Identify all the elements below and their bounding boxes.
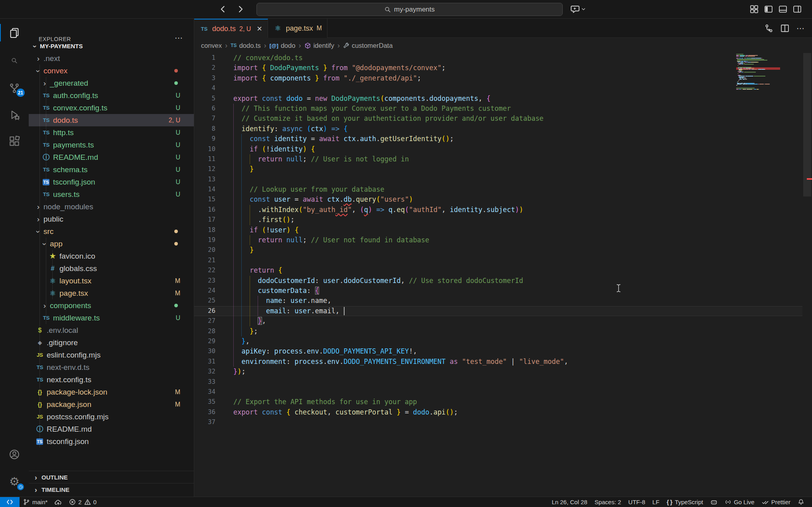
code-line[interactable]: apiKey: process.env.DODO_PAYMENTS_API_KE… [233,346,568,356]
code-line[interactable]: return null; // User is not logged in [233,154,568,164]
tree-item-layout.tsx[interactable]: ⚛ layout.tsx M [29,275,194,287]
code-line[interactable] [233,175,568,185]
tree-item-page.tsx[interactable]: ⚛ page.tsx M [29,287,194,299]
tree-item-next-env.d.ts[interactable]: TS next-env.d.ts [29,361,194,373]
tree-item-http.ts[interactable]: TS http.ts U [29,126,194,139]
status-language-mode[interactable]: { } TypeScript [663,497,707,507]
tree-item-payments.ts[interactable]: TS payments.ts U [29,139,194,151]
code-line[interactable]: // Customize it based on your authentica… [233,114,568,124]
nav-forward-icon[interactable] [236,5,245,14]
tree-item-favicon.ico[interactable]: ★ favicon.ico [29,250,194,262]
code-line[interactable]: return { [233,265,568,275]
tree-item-src[interactable]: › src [29,225,194,238]
code-line[interactable]: if (!identity) { [233,144,568,154]
status-copilot-status[interactable] [707,497,721,507]
tree-item-.gitignore[interactable]: ◆ .gitignore [29,336,194,349]
tree-item-components[interactable]: › components [29,299,194,312]
tree-item-convex[interactable]: › convex [29,65,194,77]
layout-grid-icon[interactable] [750,5,759,14]
code-line[interactable]: }, [233,336,568,346]
panel-left-icon[interactable] [764,5,773,14]
code-line[interactable] [233,417,568,427]
tree-item-globals.css[interactable]: # globals.css [29,262,194,275]
scrollbar[interactable] [803,53,811,197]
activity-settings[interactable]: ⚙ [0,471,29,492]
panel-right-icon[interactable] [793,5,802,14]
code-line[interactable]: environment: process.env.DODO_PAYMENTS_E… [233,357,568,367]
tab-page.tsx[interactable]: ⚛ page.tsx M [268,19,327,38]
tree-item-README.md[interactable]: ⓘ README.md U [29,151,194,163]
close-icon[interactable]: ✕ [256,25,262,33]
tree-item-tsconfig.json[interactable]: TS tsconfig.json [29,435,194,448]
tree-item-users.ts[interactable]: TS users.ts U [29,188,194,200]
code-line[interactable]: }, [233,316,568,326]
breadcrumb-identify[interactable]: identify [304,42,334,49]
split-editor-icon[interactable] [780,24,789,33]
timeline-section[interactable]: › TIMELINE [29,483,194,495]
compare-editors-icon[interactable] [765,24,773,33]
status-encoding[interactable]: UTF-8 [625,497,649,507]
tree-item-convex.config.ts[interactable]: TS convex.config.ts U [29,102,194,114]
tree-item-.env.local[interactable]: $ .env.local [29,324,194,336]
tree-item-postcss.config.mjs[interactable]: JS postcss.config.mjs [29,411,194,423]
breadcrumb-dodo.ts[interactable]: TSdodo.ts [231,42,260,49]
status-branch-status[interactable]: main* [20,497,51,507]
code-line[interactable]: // Lookup user from your database [233,185,568,195]
code-line[interactable]: return null; // User not found in databa… [233,235,568,245]
tree-item-README.md[interactable]: ⓘ README.md [29,423,194,435]
tree-item-schema.ts[interactable]: TS schema.ts U [29,163,194,176]
code-line[interactable]: .withIndex("by_auth_id", (q) => q.eq("au… [233,205,568,215]
tree-item-app[interactable]: › app [29,238,194,250]
code-line[interactable]: import { components } from "./_generated… [233,73,568,83]
code-line[interactable]: }; [233,326,568,336]
breadcrumb-dodo[interactable]: [@]dodo [270,42,296,49]
code-line[interactable]: } [233,164,568,174]
copilot-chat-button[interactable] [570,4,586,14]
code-line[interactable]: }); [233,367,568,377]
tree-item-dodo.ts[interactable]: TS dodo.ts 2, U [29,114,194,126]
activity-source-control[interactable]: 21 [0,78,29,98]
code-line[interactable] [233,255,568,265]
status-problems[interactable]: 2 0 [65,497,100,507]
tree-item-eslint.config.mjs[interactable]: JS eslint.config.mjs [29,349,194,361]
status-indentation[interactable]: Spaces: 2 [591,497,625,507]
status-notifications[interactable] [794,497,808,507]
code-line[interactable]: } [233,245,568,255]
project-root-folder[interactable]: › MY-PAYMENTS [29,40,194,52]
code-line[interactable] [233,387,568,397]
tree-item-.next[interactable]: › .next [29,52,194,65]
code-line[interactable]: email: user.email, [233,306,568,316]
code-line[interactable]: .first(); [233,215,568,225]
tree-item-package.json[interactable]: {} package.json M [29,398,194,411]
remote-indicator[interactable] [0,497,20,507]
outline-section[interactable]: › OUTLINE [29,471,194,483]
tab-dodo.ts[interactable]: TS dodo.ts 2, U ✕ [194,19,268,38]
code-line[interactable]: export const dodo = new DodoPayments(com… [233,94,568,104]
status-prettier[interactable]: Prettier [758,497,794,507]
code-line[interactable]: import { DodoPayments } from "@dodopayme… [233,63,568,73]
code-line[interactable]: name: user.name, [233,296,568,306]
code-line[interactable] [233,83,568,93]
activity-search[interactable] [0,50,29,71]
tree-item-next.config.ts[interactable]: TS next.config.ts [29,373,194,386]
activity-run-and-debug[interactable] [0,104,29,125]
panel-bottom-icon[interactable] [778,5,787,14]
code-line[interactable]: // This function maps your Convex user t… [233,104,568,114]
activity-explorer[interactable] [0,22,29,43]
activity-extensions[interactable] [0,131,29,151]
code-line[interactable] [233,377,568,387]
code-line[interactable]: export const { checkout, customerPortal … [233,407,568,417]
tree-item-middleware.ts[interactable]: TS middleware.ts U [29,312,194,324]
code-line[interactable]: // convex/dodo.ts [233,53,568,63]
code-line[interactable]: if (!user) { [233,225,568,235]
more-actions-icon[interactable]: ⋯ [796,24,805,33]
command-center-search[interactable]: my-payments [256,3,563,16]
code-line[interactable]: dodoCustomerId: user.dodoCustomerId, // … [233,276,568,286]
code-line[interactable]: customerData: { [233,286,568,296]
status-go-live[interactable]: Go Live [721,497,758,507]
code-line[interactable]: const user = await ctx.db.query("users") [233,195,568,204]
code-line[interactable]: identify: async (ctx) => { [233,124,568,134]
breadcrumb-convex[interactable]: convex [201,42,222,49]
tree-item-public[interactable]: › public [29,213,194,225]
status-cursor-position[interactable]: Ln 26, Col 28 [548,497,591,507]
